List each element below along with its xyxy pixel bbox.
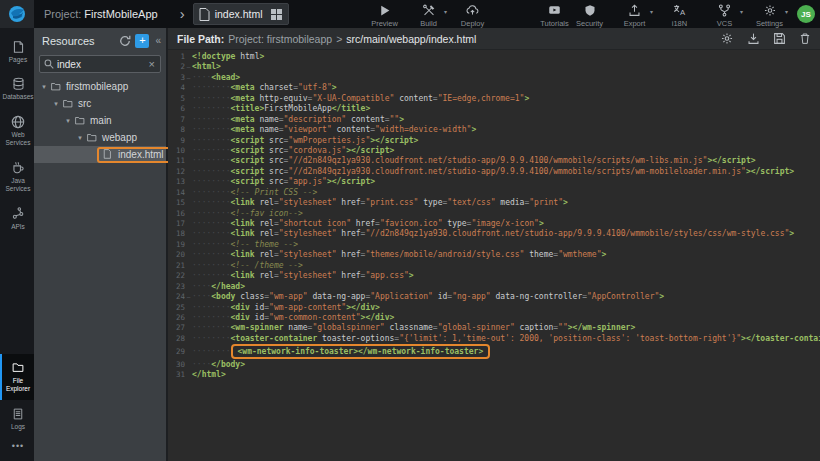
sidebar-item-java-services[interactable]: Java Services [0,154,34,200]
tree-item-firstmobileapp[interactable]: ▾firstmobileapp [34,78,166,95]
line-number: 31 [168,370,185,380]
file-path-bar: File Path: Project: firstmobileapp > src… [168,28,820,50]
code-line-2[interactable]: 2–<html> [168,62,820,72]
code-line-17[interactable]: 17········<link rel="shortcut icon" href… [168,219,820,229]
code-line-26[interactable]: 26········<div id="wm-common-content"></… [168,313,820,323]
sidebar-item-apis[interactable]: APIs [0,200,34,237]
sidebar-item-databases[interactable]: Databases [0,70,34,107]
line-number: 13 [168,177,185,187]
sidebar-item-file-explorer[interactable]: File Explorer [0,354,34,400]
add-resource-button[interactable]: + [135,34,149,48]
toolbar-action-settings[interactable]: Settings▾ [752,0,787,28]
code-line-31[interactable]: 31</html> [168,370,820,380]
caret-down-icon[interactable]: ▾ [63,117,73,125]
code-line-19[interactable]: 19········<!-- theme --> [168,240,820,250]
collapse-panel-icon[interactable]: « [153,35,163,46]
code-line-4[interactable]: 4········<meta charset="utf-8"> [168,83,820,93]
action-label: Settings [756,19,783,28]
toolbar-action-vcs[interactable]: VCS▾ [707,0,742,28]
toolbar-action-security[interactable]: Security [572,0,607,28]
code-text: ········<meta name="viewport" content="w… [192,125,476,135]
tree-item-webapp[interactable]: ▾webapp [34,129,166,146]
code-line-6[interactable]: 6········<title>FirstMobileApp</title> [168,104,820,114]
code-line-24[interactable]: 24–····<body class="wm-app" data-ng-app=… [168,292,820,302]
code-line-7[interactable]: 7········<meta name="description" conten… [168,115,820,125]
line-number: 4 [168,83,185,93]
code-line-13[interactable]: 13········<script src="app.js"></script> [168,177,820,187]
deploy-icon [465,4,480,17]
tree-item-main[interactable]: ▾main [34,112,166,129]
editor-settings-icon[interactable] [720,32,734,45]
code-line-15[interactable]: 15········<link rel="stylesheet" href="p… [168,198,820,208]
settings-icon [763,4,777,17]
sidebar-item-pages[interactable]: Pages [0,33,34,70]
code-line-12[interactable]: 12········<script src="//d2n849qz1ya930.… [168,167,820,177]
toolbar-action-preview[interactable]: Preview [367,0,402,28]
security-icon [584,4,596,17]
code-line-30[interactable]: 30····</body> [168,360,820,370]
code-line-25[interactable]: 25········<div id="wm-app-content"></div… [168,303,820,313]
tree-item-content: webapp [85,132,137,143]
code-line-11[interactable]: 11········<script src="//d2n849qz1ya930.… [168,156,820,166]
code-area[interactable]: 1<!doctype html>2–<html>3–····<head>4···… [168,50,820,461]
sidebar-item-web-services[interactable]: Web Services [0,108,34,154]
code-line-5[interactable]: 5········<meta http-equiv="X-UA-Compatib… [168,94,820,104]
fold-marker: – [185,62,192,72]
code-text: ········<script src="//d2n849qz1ya930.cl… [192,167,794,177]
refresh-icon[interactable] [119,35,131,47]
search-input[interactable] [57,59,145,70]
main-region: PagesDatabasesWeb ServicesJava ServicesA… [0,28,820,461]
sidebar-item-label: ••• [12,441,24,453]
toolbar-action-tutorials[interactable]: Tutorials [537,0,572,28]
code-line-9[interactable]: 9········<script src="wmProperties.js"><… [168,136,820,146]
caret-down-icon[interactable]: ▾ [75,134,85,142]
code-text: ········<meta http-equiv="X-UA-Compatibl… [192,94,529,104]
code-line-16[interactable]: 16········<!--fav icon--> [168,209,820,219]
code-line-21[interactable]: 21········<!-- /theme --> [168,261,820,271]
toolbar-action-export[interactable]: Export▾ [617,0,652,28]
code-text: ····<body class="wm-app" data-ng-app="Ap… [192,292,664,302]
code-line-27[interactable]: 27········<wm-spinner name="globalspinne… [168,323,820,333]
save-icon [773,32,786,45]
code-text: ········<meta name="description" content… [192,115,404,125]
tree-item-label: src [78,98,91,109]
code-line-18[interactable]: 18········<link rel="stylesheet" href="/… [168,229,820,239]
code-text: ········<script src="app.js"></script> [192,177,375,187]
code-line-22[interactable]: 22········<link rel="stylesheet" href="a… [168,271,820,281]
editor-delete-icon[interactable] [799,32,811,45]
toolbar-action-i18n[interactable]: Ai18N [662,0,697,28]
wavemaker-studio: Project:FirstMobileApp › index.html Prev… [0,0,820,461]
code-line-29[interactable]: 29········<wm-network-info-toaster></wm-… [168,347,820,357]
tree-item-index-html[interactable]: index.html [34,146,166,163]
sidebar-item-more[interactable]: ••• [0,437,34,461]
caret-down-icon[interactable]: ▾ [39,83,49,91]
tree-item-label: firstmobileapp [66,81,128,92]
grid-icon[interactable] [270,8,283,21]
tree-item-label: main [90,115,112,126]
code-line-3[interactable]: 3–····<head> [168,73,820,83]
toolbar-action-build[interactable]: Build▾ [411,0,446,28]
toolbar-action-deploy[interactable]: Deploy [455,0,490,28]
caret-down-icon[interactable]: ▾ [51,100,61,108]
code-line-20[interactable]: 20········<link rel="stylesheet" href="t… [168,250,820,260]
code-line-28[interactable]: 28········<toaster-container toaster-opt… [168,334,820,344]
sidebar-item-logs[interactable]: Logs [0,400,34,437]
search-icon [44,59,54,69]
code-text: ········<!-- Print CSS --> [192,188,317,198]
code-line-10[interactable]: 10········<script src="cordova.js"></scr… [168,146,820,156]
tree-item-src[interactable]: ▾src [34,95,166,112]
code-line-14[interactable]: 14········<!-- Print CSS --> [168,188,820,198]
user-avatar[interactable]: JS [797,5,815,23]
editor-download-icon[interactable] [747,32,760,45]
code-line-8[interactable]: 8········<meta name="viewport" content="… [168,125,820,135]
code-line-1[interactable]: 1<!doctype html> [168,52,820,62]
sidebar-item-label: Web Services [3,131,33,148]
clear-search-icon[interactable]: × [148,58,156,70]
app-logo[interactable] [0,0,34,28]
tab-index-html[interactable]: index.html [193,3,289,25]
chevron-right-icon[interactable]: › [180,5,185,22]
sidebar-item-label: Java Services [3,177,33,194]
line-number: 12 [168,167,185,177]
editor-save-icon[interactable] [773,32,786,45]
code-line-23[interactable]: 23····</head> [168,282,820,292]
